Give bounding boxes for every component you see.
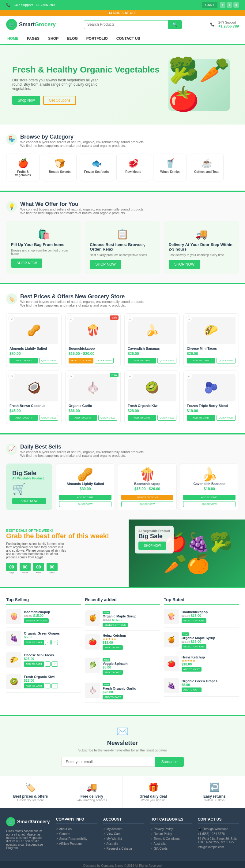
ts-p4-heart[interactable]: ♡ [51, 683, 58, 688]
wishlist-garlic[interactable]: ♡ [67, 373, 74, 379]
add-to-cart-almonds[interactable]: ADD TO CART [9, 358, 38, 364]
browse-heading-group: Browse by Category We connect buyers and… [20, 134, 144, 148]
twitter-icon[interactable]: t [227, 2, 232, 8]
quick-view-garlic[interactable]: QUICK VIEW [98, 415, 117, 421]
ts-p2-cart[interactable]: ADD TO CART [24, 640, 44, 645]
wishlist-bananas[interactable]: ♡ [127, 315, 133, 322]
daily-p3-view[interactable]: QUICK VIEW [183, 501, 236, 507]
footer-account-wishlist[interactable]: ✓ My Wishlist [103, 837, 144, 840]
select-options-boomchicka[interactable]: SELECT OPTIONS [69, 358, 93, 364]
add-to-cart-tacos[interactable]: ADD TO CART [187, 358, 215, 364]
footer-account-myaccount[interactable]: ✓ My Account [103, 827, 144, 831]
nav-blog[interactable]: BLOG [66, 33, 79, 44]
wishlist-boomchicka[interactable]: ♡ [67, 315, 74, 322]
nav-shop[interactable]: SHOP [47, 33, 60, 44]
footer-contact-whatsapp[interactable]: 📱 Through Whatsapp [198, 827, 239, 831]
quick-view-boomchicka[interactable]: QUICK VIEW [94, 358, 114, 364]
quick-view-berry[interactable]: QUICK VIEW [217, 415, 236, 421]
footer-hotcat-return[interactable]: ✓ Return Policy [151, 832, 191, 836]
nav-pages[interactable]: PAGES [26, 33, 41, 44]
bestprices-header: 🏷️ Best Prices & Offers New Grocery Stor… [6, 293, 239, 307]
ts-p2-heart[interactable]: ♡ [51, 640, 58, 645]
browse-header: 🏪 Browse by Category We connect buyers a… [6, 134, 239, 148]
footer-hotcat-australia[interactable]: ✓ Australia [151, 842, 191, 845]
search-input[interactable] [84, 21, 168, 29]
ts-p1-options[interactable]: SELECT OPTIONS [24, 618, 49, 623]
recently-added-col: Recently added 🍯 New Organic Maple Syrup… [85, 597, 160, 706]
facebook-icon[interactable]: f [220, 2, 225, 8]
category-meat[interactable]: 🥩 Raw Meats [116, 154, 150, 181]
category-breads[interactable]: 🍞 Breads Sweets [43, 154, 77, 181]
footer-account-catalog[interactable]: ✓ Request a Catalog [103, 847, 144, 850]
tr-p3-cart[interactable]: ADD TO CART [182, 667, 202, 672]
quick-view-tacos[interactable]: QUICK VIEW [217, 358, 236, 364]
hero-learn-button[interactable]: Get Coupons [43, 96, 76, 105]
daily-p1-cart[interactable]: ADD TO CART [59, 495, 111, 500]
offer-card-1-btn[interactable]: SHOP NOW [11, 258, 42, 268]
ra-p3-cart[interactable]: ADD TO CART [103, 670, 123, 675]
add-to-cart-berry[interactable]: ADD TO CART [187, 415, 215, 421]
ts-p3-plus[interactable]: + [45, 661, 51, 667]
footer-hotcat-privacy[interactable]: ✓ Privacy Policy [151, 827, 191, 831]
tr-p2-options[interactable]: SELECT OPTIONS [182, 644, 207, 649]
daily-product-1: 🥜 Almonds Lightly Salted $80.00 ADD TO C… [56, 464, 115, 510]
ts-p3-heart[interactable]: ♡ [51, 661, 58, 667]
footer-hotcat-gift[interactable]: ✓ Gift Cards [151, 847, 191, 850]
wishlist-almonds[interactable]: ♡ [8, 315, 15, 322]
newsletter-email-input[interactable] [61, 757, 155, 767]
add-to-cart-coconut[interactable]: ADD TO CART [9, 415, 38, 421]
offer-card-2-btn[interactable]: SHOP NOW [90, 260, 121, 269]
google-icon[interactable]: g [234, 2, 239, 8]
wishlist-kiwi[interactable]: ♡ [127, 373, 133, 379]
add-to-cart-kiwi[interactable]: ADD TO CART [128, 415, 156, 421]
top-rated-title: Top Rated [164, 597, 239, 604]
newsletter-subscribe-btn[interactable]: Subscribe [155, 757, 184, 767]
quick-view-coconut[interactable]: QUICK VIEW [39, 415, 58, 421]
offer-card-3-btn[interactable]: SHOP NOW [169, 260, 200, 269]
tr-p1-options[interactable]: SELECT OPTIONS [182, 618, 207, 623]
nav-contact[interactable]: CONTACT US [115, 33, 141, 44]
ts-p4-cart[interactable]: ADD TO CART [24, 683, 44, 688]
ra-p2-cart[interactable]: ADD TO CART [103, 645, 123, 650]
daily-p3-cart[interactable]: ADD TO CART [183, 495, 236, 500]
daily-sale-btn[interactable]: SHOP NOW [12, 498, 46, 504]
daily-p2-options[interactable]: SELECT OPTIONS [121, 495, 174, 500]
footer-company-about[interactable]: ✓ About Us [56, 827, 97, 831]
add-to-cart-garlic[interactable]: ADD TO CART [69, 415, 97, 421]
search-button[interactable]: 🔍 [168, 21, 182, 29]
nav-portfolio[interactable]: PORTFOLIO [85, 33, 109, 44]
ra-p4-cart[interactable]: ADD TO CART [103, 695, 123, 700]
add-to-cart-bananas[interactable]: ADD TO CART [128, 358, 156, 364]
ts-p4-plus[interactable]: + [45, 683, 51, 688]
quick-view-kiwi[interactable]: QUICK VIEW [157, 415, 176, 421]
footer-company-social[interactable]: ✓ Social Responsibility [56, 837, 97, 840]
tr-p1-actions: SELECT OPTIONS [182, 618, 239, 623]
ts-p2-info: Organic Green Grapes $5.00 ADD TO CART +… [24, 631, 81, 645]
deal-overlay-btn[interactable]: SHOP NOW [138, 541, 166, 550]
daily-p2-view[interactable]: QUICK VIEW [121, 501, 174, 507]
category-coffee[interactable]: ☕ Coffees and Teas [190, 154, 223, 181]
daily-p1-view[interactable]: QUICK VIEW [59, 501, 111, 507]
footer-hotcat-terms[interactable]: ✓ Terms & Conditions [151, 837, 191, 840]
footer-contact-email[interactable]: info@example.com [198, 845, 239, 849]
ra-p1-options[interactable]: SELECT OPTIONS [103, 623, 128, 627]
footer-company-affiliate[interactable]: ✓ Affiliate Program [56, 842, 97, 845]
wishlist-berry[interactable]: ♡ [186, 373, 192, 379]
category-fruits[interactable]: 🍎 Fruits & Vegetables [6, 154, 40, 181]
wishlist-coconut[interactable]: ♡ [8, 373, 15, 379]
quick-view-almonds[interactable]: QUICK VIEW [39, 358, 58, 364]
category-seafood[interactable]: 🐟 Frozen Seafoods [80, 154, 113, 181]
footer-account-australia[interactable]: ✓ Australia [103, 842, 144, 845]
ts-p2-plus[interactable]: + [45, 640, 51, 645]
tr-p4-cart[interactable]: ADD TO CART [182, 687, 202, 692]
hero-shop-button[interactable]: Shop Now [12, 96, 40, 105]
footer-company-careers[interactable]: ✓ Careers [56, 832, 97, 836]
footer-account-cart[interactable]: ✓ View Cart [103, 832, 144, 836]
cart-button[interactable]: CART [202, 2, 217, 8]
browse-icon: 🏪 [6, 134, 17, 145]
ts-p3-cart[interactable]: ADD TO CART [24, 661, 44, 667]
quick-view-bananas[interactable]: QUICK VIEW [157, 358, 176, 364]
category-drinks[interactable]: 🥤 Wines Drinks [153, 154, 187, 181]
nav-home[interactable]: HOME [6, 33, 20, 44]
wishlist-tacos[interactable]: ♡ [186, 315, 192, 322]
